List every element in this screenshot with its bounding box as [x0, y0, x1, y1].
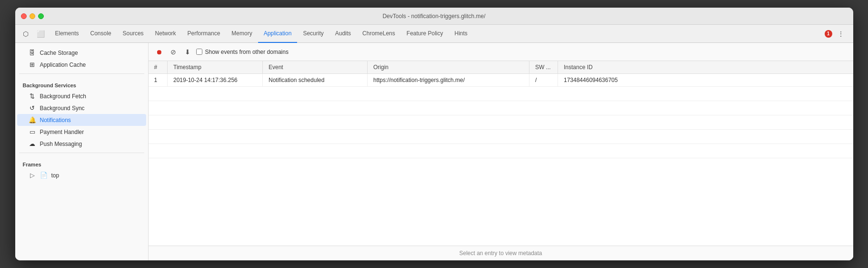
frame-icon: 📄: [40, 172, 48, 179]
table-row-empty-3: [149, 115, 853, 130]
device-icon[interactable]: ⬜: [34, 27, 48, 41]
table-row-empty-4: [149, 130, 853, 144]
tab-console[interactable]: Console: [85, 25, 117, 43]
notifications-toolbar: ⏺ ⊘ ⬇ Show events from other domains: [149, 43, 853, 61]
maximize-button[interactable]: [38, 13, 44, 19]
sidebar-item-app-cache[interactable]: ⊞ Application Cache: [17, 59, 146, 71]
cell-instance-id: 17348446094636705: [558, 74, 853, 87]
devtools-window: DevTools - notification-triggers.glitch.…: [15, 8, 853, 260]
more-options-icon[interactable]: ⋮: [834, 27, 848, 41]
table-header: # Timestamp Event Origin SW ... Instance…: [149, 61, 853, 74]
tab-chromelens[interactable]: ChromeLens: [357, 25, 401, 43]
cache-storage-icon: 🗄: [29, 49, 36, 56]
col-header-sw[interactable]: SW ...: [529, 61, 558, 74]
app-cache-icon: ⊞: [29, 61, 36, 68]
footer-text: Select an entry to view metadata: [459, 250, 542, 257]
minimize-button[interactable]: [30, 13, 35, 19]
record-button[interactable]: ⏺: [153, 46, 165, 58]
sidebar-item-background-fetch[interactable]: ⇅ Background Fetch: [17, 90, 146, 102]
content-area: ⏺ ⊘ ⬇ Show events from other domains # T…: [149, 43, 853, 260]
col-header-instance[interactable]: Instance ID: [558, 61, 853, 74]
background-sync-icon: ↺: [29, 104, 36, 112]
devtools-tab-bar: ⬡ ⬜ Elements Console Sources Network Per…: [15, 25, 853, 43]
show-other-domains-checkbox[interactable]: [196, 49, 202, 55]
window-title: DevTools - notification-triggers.glitch.…: [382, 13, 485, 20]
sidebar-item-payment-handler[interactable]: ▭ Payment Handler: [17, 126, 146, 138]
col-header-origin[interactable]: Origin: [368, 61, 529, 74]
sidebar-item-push-messaging[interactable]: ☁ Push Messaging: [17, 138, 146, 150]
show-other-domains-label[interactable]: Show events from other domains: [196, 49, 289, 55]
notifications-table: # Timestamp Event Origin SW ... Instance…: [149, 61, 853, 158]
tab-network[interactable]: Network: [150, 25, 182, 43]
sidebar-item-top-frame[interactable]: ▷ 📄 top: [17, 169, 146, 181]
col-header-timestamp[interactable]: Timestamp: [168, 61, 263, 74]
push-messaging-icon: ☁: [29, 140, 36, 147]
save-button[interactable]: ⬇: [182, 46, 193, 58]
table-row[interactable]: 1 2019-10-24 14:17:36.256 Notification s…: [149, 74, 853, 87]
payment-handler-icon: ▭: [29, 128, 36, 135]
cell-origin: https://notification-triggers.glitch.me/: [368, 74, 529, 87]
tab-security[interactable]: Security: [297, 25, 329, 43]
tab-hints[interactable]: Hints: [449, 25, 473, 43]
col-header-num[interactable]: #: [149, 61, 168, 74]
sidebar-item-cache-storage[interactable]: 🗄 Cache Storage: [17, 47, 146, 59]
cell-num: 1: [149, 74, 168, 87]
close-button[interactable]: [21, 13, 27, 19]
background-services-label: Background Services: [15, 77, 148, 90]
tab-elements[interactable]: Elements: [50, 25, 85, 43]
tab-audits[interactable]: Audits: [329, 25, 357, 43]
inspect-icon[interactable]: ⬡: [19, 27, 32, 41]
col-header-event[interactable]: Event: [263, 61, 368, 74]
table-body: 1 2019-10-24 14:17:36.256 Notification s…: [149, 74, 853, 158]
tab-memory[interactable]: Memory: [226, 25, 258, 43]
clear-button[interactable]: ⊘: [168, 46, 179, 58]
sidebar-item-background-sync[interactable]: ↺ Background Sync: [17, 102, 146, 114]
notifications-icon: 🔔: [29, 116, 36, 124]
frames-label: Frames: [15, 156, 148, 169]
title-bar: DevTools - notification-triggers.glitch.…: [15, 8, 853, 25]
cell-timestamp: 2019-10-24 14:17:36.256: [168, 74, 263, 87]
table-row-empty-5: [149, 144, 853, 158]
notifications-table-container: # Timestamp Event Origin SW ... Instance…: [149, 61, 853, 246]
divider-2: [19, 153, 144, 153]
cell-sw: /: [529, 74, 558, 87]
frame-arrow-icon: ▷: [29, 172, 36, 179]
tab-performance[interactable]: Performance: [182, 25, 226, 43]
tab-application[interactable]: Application: [258, 25, 298, 43]
sidebar: 🗄 Cache Storage ⊞ Application Cache Back…: [15, 43, 149, 260]
divider-1: [19, 73, 144, 74]
table-row-empty-1: [149, 87, 853, 101]
footer-bar: Select an entry to view metadata: [149, 246, 853, 260]
sidebar-item-notifications[interactable]: 🔔 Notifications: [17, 114, 146, 126]
tab-right-area: 1 ⋮: [825, 27, 849, 41]
error-badge[interactable]: 1: [825, 30, 832, 38]
main-area: 🗄 Cache Storage ⊞ Application Cache Back…: [15, 43, 853, 260]
table-row-empty-2: [149, 101, 853, 115]
traffic-lights: [21, 13, 44, 19]
tab-feature-policy[interactable]: Feature Policy: [401, 25, 449, 43]
tab-sources[interactable]: Sources: [117, 25, 150, 43]
cell-event: Notification scheduled: [263, 74, 368, 87]
background-fetch-icon: ⇅: [29, 93, 36, 100]
